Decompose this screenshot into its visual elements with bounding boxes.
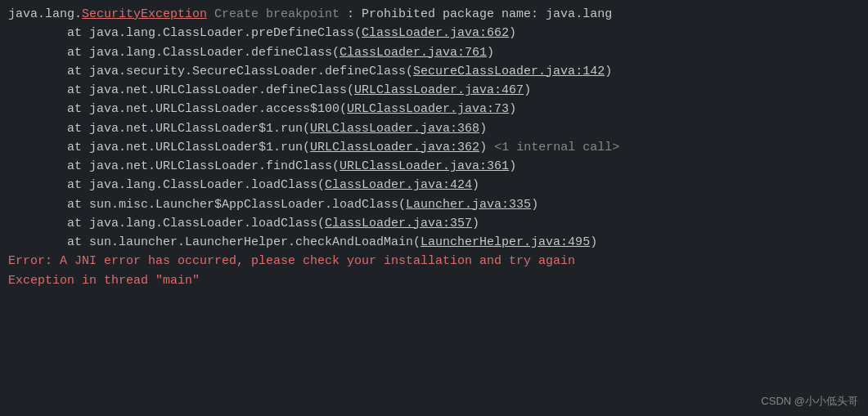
stack-frame-5-prefix: at java.net.URLClassLoader.defineClass( [8, 81, 354, 100]
line-13: at sun.launcher.LauncherHelper.checkAndL… [8, 233, 860, 252]
stack-frame-7-link[interactable]: URLClassLoader.java:368 [310, 119, 479, 138]
stack-frame-12-prefix: at java.lang.ClassLoader.loadClass( [8, 214, 325, 233]
line-10: at java.lang.ClassLoader.loadClass(Class… [8, 176, 860, 195]
stack-frame-3-suffix: ) [487, 43, 494, 62]
stack-frame-5-suffix: ) [524, 81, 531, 100]
stack-frame-11-suffix: ) [531, 195, 538, 214]
line-7: at java.net.URLClassLoader$1.run(URLClas… [8, 119, 860, 138]
line-14: Error: A JNI error has occurred, please … [8, 252, 860, 271]
line-15: Exception in thread "main" [8, 271, 860, 290]
line-12: at java.lang.ClassLoader.loadClass(Class… [8, 214, 860, 233]
stack-frame-13-link[interactable]: LauncherHelper.java:495 [421, 233, 590, 252]
line-4: at java.security.SecureClassLoader.defin… [8, 62, 860, 81]
stack-frame-6-link[interactable]: URLClassLoader.java:73 [347, 100, 509, 119]
stack-frame-11-link[interactable]: Launcher.java:335 [406, 195, 531, 214]
line-8: at java.net.URLClassLoader$1.run(URLClas… [8, 138, 860, 157]
stack-frame-9-link[interactable]: URLClassLoader.java:361 [340, 157, 509, 176]
line-6: at java.net.URLClassLoader.access$100(UR… [8, 100, 860, 119]
stack-frame-2-suffix: ) [509, 24, 516, 42]
stack-frame-4-prefix: at java.security.SecureClassLoader.defin… [8, 62, 413, 81]
line-3: at java.lang.ClassLoader.defineClass(Cla… [8, 43, 860, 62]
stack-frame-7-prefix: at java.net.URLClassLoader$1.run( [8, 119, 310, 138]
stack-frame-8-prefix: at java.net.URLClassLoader$1.run( [8, 138, 310, 157]
stack-frame-7-suffix: ) [479, 119, 487, 138]
stack-frame-13-suffix: ) [590, 233, 597, 252]
exception-thread-message: Exception in thread "main" [8, 271, 200, 290]
line-2: at java.lang.ClassLoader.preDefineClass(… [8, 24, 860, 42]
stack-frame-6-prefix: at java.net.URLClassLoader.access$100( [8, 100, 347, 119]
stack-frame-2-prefix: at java.lang.ClassLoader.preDefineClass( [8, 24, 362, 42]
text-java-lang: java.lang. [8, 5, 82, 24]
line-5: at java.net.URLClassLoader.defineClass(U… [8, 81, 860, 100]
stack-frame-13-prefix: at sun.launcher.LauncherHelper.checkAndL… [8, 233, 421, 252]
stack-frame-8-suffix: ) [479, 138, 494, 157]
error-jni-message: Error: A JNI error has occurred, please … [8, 252, 575, 271]
stack-frame-3-link[interactable]: ClassLoader.java:761 [340, 43, 487, 62]
stack-frame-10-prefix: at java.lang.ClassLoader.loadClass( [8, 176, 325, 195]
stack-frame-5-link[interactable]: URLClassLoader.java:467 [354, 81, 524, 100]
stack-frame-6-suffix: ) [509, 100, 516, 119]
stack-frame-12-suffix: ) [472, 214, 479, 233]
line-11: at sun.misc.Launcher$AppClassLoader.load… [8, 195, 860, 214]
stack-frame-9-suffix: ) [509, 157, 516, 176]
console-output: java.lang.SecurityException Create break… [8, 5, 860, 411]
stack-frame-12-link[interactable]: ClassLoader.java:357 [325, 214, 472, 233]
line-9: at java.net.URLClassLoader.findClass(URL… [8, 157, 860, 176]
internal-call-badge: <1 internal call> [494, 138, 619, 157]
stack-frame-4-link[interactable]: SecureClassLoader.java:142 [413, 62, 605, 81]
stack-frame-10-link[interactable]: ClassLoader.java:424 [325, 176, 472, 195]
stack-frame-2-link[interactable]: ClassLoader.java:662 [362, 24, 509, 42]
line-1: java.lang.SecurityException Create break… [8, 5, 860, 24]
stack-frame-8-link[interactable]: URLClassLoader.java:362 [310, 138, 479, 157]
stack-frame-9-prefix: at java.net.URLClassLoader.findClass( [8, 157, 340, 176]
stack-frame-4-suffix: ) [605, 62, 612, 81]
exception-message: : Prohibited package name: java.lang [340, 5, 612, 24]
create-breakpoint-action[interactable]: Create breakpoint [207, 5, 340, 24]
stack-frame-11-prefix: at sun.misc.Launcher$AppClassLoader.load… [8, 195, 406, 214]
stack-frame-3-prefix: at java.lang.ClassLoader.defineClass( [8, 43, 340, 62]
exception-class-name[interactable]: SecurityException [82, 5, 207, 24]
stack-frame-10-suffix: ) [472, 176, 479, 195]
watermark: CSDN @小小低头哥 [761, 393, 858, 409]
